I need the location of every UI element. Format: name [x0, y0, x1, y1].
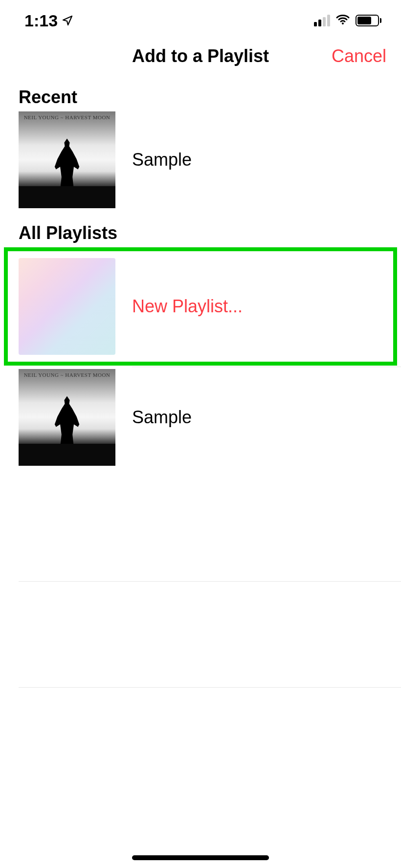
playlist-name-label: Sample [132, 150, 192, 170]
playlist-artwork [19, 111, 115, 208]
wifi-icon [335, 14, 351, 27]
home-indicator[interactable] [132, 855, 269, 860]
divider [19, 687, 401, 688]
nav-bar: Add to a Playlist Cancel [0, 34, 401, 78]
plus-icon [45, 284, 89, 328]
status-icons [314, 14, 381, 27]
section-header-recent: Recent [0, 78, 401, 111]
divider [19, 581, 401, 582]
page-title: Add to a Playlist [132, 46, 269, 66]
new-playlist-button[interactable]: New Playlist... [19, 258, 382, 355]
status-time: 1:13 [24, 11, 58, 30]
location-icon [62, 11, 73, 30]
status-time-group: 1:13 [24, 11, 73, 30]
playlist-row-all-0[interactable]: Sample [0, 369, 401, 466]
section-header-all-playlists: All Playlists [0, 208, 401, 247]
new-playlist-label: New Playlist... [132, 296, 243, 317]
cancel-button[interactable]: Cancel [332, 46, 386, 66]
playlist-row-recent-0[interactable]: Sample [0, 111, 401, 208]
status-bar: 1:13 [0, 0, 401, 34]
svg-point-0 [342, 22, 344, 24]
divider [132, 367, 401, 367]
battery-icon [356, 15, 381, 26]
new-playlist-artwork [19, 258, 115, 355]
playlist-name-label: Sample [132, 407, 192, 428]
playlist-artwork [19, 369, 115, 466]
tutorial-highlight: New Playlist... [4, 247, 397, 366]
cellular-signal-icon [314, 15, 330, 26]
